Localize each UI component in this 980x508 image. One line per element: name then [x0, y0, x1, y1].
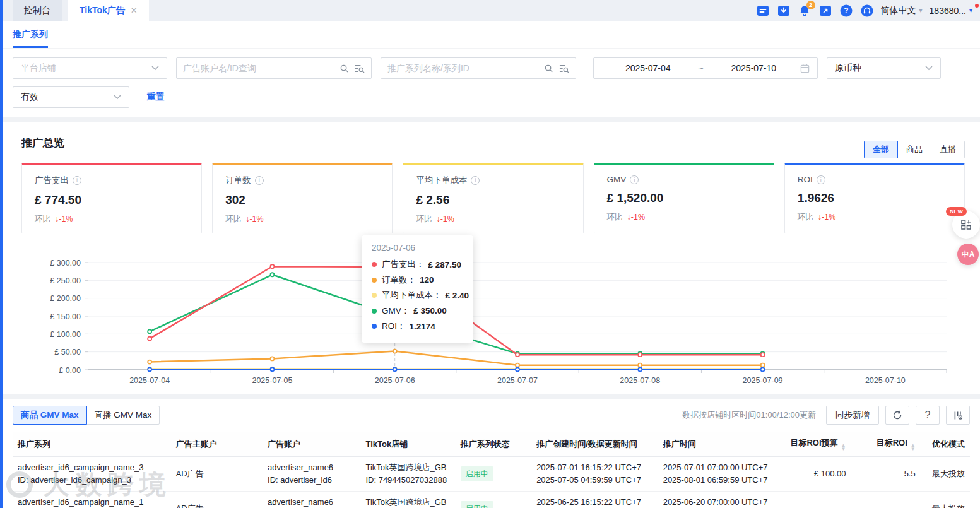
column-settings-icon[interactable] — [946, 406, 970, 425]
badge-count: 2 — [806, 1, 815, 9]
shop-select-placeholder: 平台店铺 — [21, 62, 56, 74]
campaign-search-input[interactable] — [387, 63, 539, 73]
tooltip-label: GMV： — [382, 305, 410, 317]
series-dot — [372, 262, 377, 267]
batch-search-icon[interactable] — [558, 64, 569, 73]
table-tab[interactable]: 直播 GMV Max — [86, 406, 160, 425]
cell-roi-budget: - — [784, 491, 851, 508]
date-range-picker[interactable]: 2025-07-04 ~ 2025-07-10 — [593, 57, 818, 79]
language-label: 简体中文 — [881, 5, 916, 16]
cell-promo-time: 2025-07-01 07:00:00 UTC+72025-08-01 06:5… — [658, 456, 785, 491]
svg-text:£ 200.00: £ 200.00 — [50, 294, 81, 303]
info-icon[interactable]: i — [471, 176, 480, 185]
notification-dot — [975, 4, 979, 8]
tooltip-value: £ 287.50 — [428, 260, 462, 269]
tooltip-value: £ 350.00 — [413, 306, 447, 316]
headset-icon[interactable] — [860, 4, 874, 18]
compare-label: 环比 — [35, 215, 50, 223]
translate-widget[interactable]: 中A — [957, 244, 979, 265]
section-gap — [3, 394, 980, 399]
status-value: 有效 — [21, 92, 38, 103]
refresh-icon[interactable] — [885, 406, 909, 425]
compare-label: 环比 — [225, 215, 241, 223]
bell-icon[interactable]: 2 — [798, 4, 812, 18]
widget-grid-icon — [960, 219, 972, 230]
window-tab[interactable]: TikTok广告✕ — [68, 0, 149, 21]
svg-text:2025-07-05: 2025-07-05 — [252, 376, 292, 385]
tooltip-row: 平均下单成本：£ 2.40 — [372, 288, 463, 304]
cell-status: 启用中 — [456, 456, 531, 491]
column-header: 推广时间 — [658, 432, 785, 456]
table-tab[interactable]: 商品 GMV Max — [13, 406, 87, 425]
batch-search-icon[interactable] — [354, 64, 365, 73]
info-icon[interactable]: i — [255, 176, 264, 185]
language-selector[interactable]: 简体中文 ▾ — [881, 5, 923, 16]
currency-value: 原币种 — [835, 62, 861, 74]
segment-商品[interactable]: 商品 — [897, 141, 931, 158]
plugin-widget[interactable]: NEW — [952, 211, 980, 239]
info-icon[interactable]: i — [630, 175, 639, 184]
campaign-table-panel: 商品 GMV Max直播 GMV Max 数据按店铺时区时间01:00/12:0… — [3, 399, 980, 508]
series-dot — [372, 278, 377, 283]
date-separator: ~ — [694, 63, 707, 73]
stat-card: 广告支出i £ 774.50 环比↓-1% — [21, 163, 202, 233]
stat-card: ROIi 1.9626 环比↓-1% — [784, 163, 965, 233]
column-header: 目标ROI预算▲▼ — [784, 432, 851, 456]
ad-account-search — [176, 57, 372, 79]
ad-account-search-input[interactable] — [183, 63, 334, 73]
table-toolbar: 商品 GMV Max直播 GMV Max 数据按店铺时区时间01:00/12:0… — [13, 406, 970, 425]
card-label: 订单数 — [225, 175, 251, 186]
date-end: 2025-07-10 — [707, 63, 800, 73]
card-label: ROI — [798, 175, 813, 184]
cell-shop: TikTok英国跨境店_GBID: 749445027032888 — [360, 491, 455, 508]
reset-button[interactable]: 重置 — [147, 92, 165, 103]
search-icon[interactable] — [544, 64, 553, 73]
chevron-down-icon: ▾ — [919, 7, 923, 14]
chevron-down-icon: ▾ — [969, 7, 972, 14]
column-header: 目标ROI▲▼ — [851, 432, 920, 456]
translate-icon: 中A — [962, 249, 975, 260]
tab-campaign-series[interactable]: 推广系列 — [13, 29, 48, 48]
stat-card: 平均下单成本i £ 2.56 环比↓-1% — [403, 163, 583, 233]
window-tabs: 控制台TikTok广告✕ — [3, 0, 155, 21]
download-icon[interactable] — [777, 4, 791, 18]
help-icon[interactable]: ? — [916, 406, 940, 425]
status-badge: 启用中 — [461, 501, 493, 508]
svg-text:£ 300.00: £ 300.00 — [50, 259, 81, 268]
table-toolbar-right: 数据按店铺时区时间01:00/12:00更新 同步新增 ? — [682, 406, 970, 425]
card-label: 广告支出 — [35, 175, 69, 186]
sync-new-button[interactable]: 同步新增 — [826, 406, 879, 425]
screenshot-icon[interactable] — [818, 4, 832, 18]
cell-optimize-mode: 最大投放 — [921, 491, 970, 508]
window-tab[interactable]: 控制台 — [13, 0, 62, 21]
table-row: advertiser_id6_campaign_name_3ID: advert… — [13, 456, 970, 491]
notes-icon[interactable] — [756, 4, 770, 18]
topbar-right: 2? 简体中文 ▾ 183680... ▾ — [756, 0, 980, 21]
calendar-icon — [800, 64, 810, 73]
scope-segmented-control: 全部商品直播 — [865, 141, 965, 158]
account-selector[interactable]: 183680... ▾ — [930, 6, 972, 16]
status-select[interactable]: 有效 — [13, 86, 129, 108]
svg-text:2025-07-04: 2025-07-04 — [129, 376, 170, 385]
sort-icon[interactable]: ▲▼ — [841, 444, 846, 451]
compare-value: ↓-1% — [55, 215, 73, 223]
cell-target-roi — [851, 491, 920, 508]
shop-select[interactable]: 平台店铺 — [13, 57, 167, 79]
tooltip-label: 广告支出： — [382, 259, 425, 270]
help-icon[interactable]: ? — [839, 4, 853, 18]
trend-chart: £ 300.00£ 250.00£ 200.00£ 150.00£ 100.00… — [21, 255, 965, 393]
svg-text:£ 100.00: £ 100.00 — [50, 330, 81, 339]
compare-label: 环比 — [607, 213, 623, 222]
search-icon[interactable] — [339, 64, 349, 73]
segment-全部[interactable]: 全部 — [864, 141, 898, 158]
svg-text:2025-07-10: 2025-07-10 — [865, 376, 906, 385]
info-icon[interactable]: i — [73, 176, 81, 185]
svg-text:2025-07-08: 2025-07-08 — [620, 376, 660, 385]
info-icon[interactable]: i — [817, 175, 825, 184]
close-icon[interactable]: ✕ — [131, 6, 138, 15]
cell-target-roi: 5.5 — [851, 456, 920, 491]
tooltip-value: 120 — [420, 275, 434, 285]
sort-icon[interactable]: ▲▼ — [911, 444, 916, 451]
segment-直播[interactable]: 直播 — [931, 141, 965, 158]
currency-select[interactable]: 原币种 — [827, 57, 941, 79]
